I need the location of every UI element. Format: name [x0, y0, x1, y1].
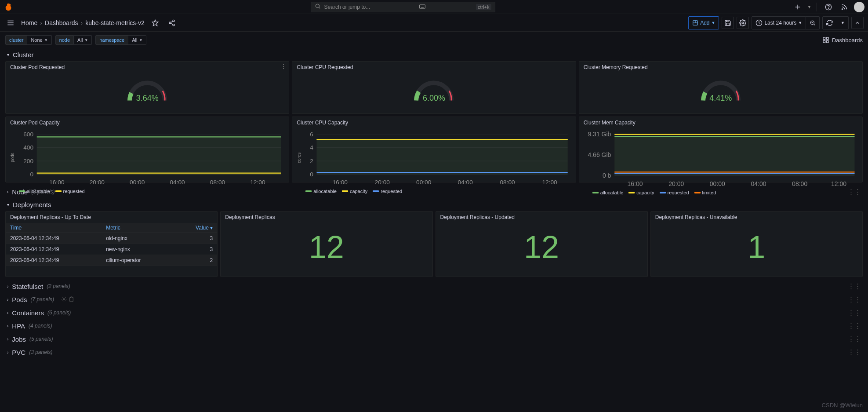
deployments-table: Time Metric Value ▾ 2023-06-04 12:34:49o…	[6, 223, 217, 266]
breadcrumb-current[interactable]: kube-state-metrics-v2	[85, 19, 145, 26]
time-range-button[interactable]: Last 24 hours ▼	[752, 16, 806, 29]
table-row[interactable]: 2023-06-04 12:34:49old-nginx3	[6, 233, 217, 244]
row-hpa[interactable]: › HPA (4 panels) ⋮⋮	[5, 319, 863, 332]
panel-deployment-replicas-updated[interactable]: Deployment Replicas - Updated 12	[436, 211, 648, 277]
svg-text:0: 0	[310, 171, 314, 178]
row-pvc[interactable]: › PVC (3 panels) ⋮⋮	[5, 346, 863, 359]
svg-text:20:00: 20:00	[668, 180, 684, 187]
dashboards-link[interactable]: Dashboards	[822, 36, 863, 44]
row-cluster[interactable]: ▾ Cluster	[5, 48, 863, 61]
chevron-right-icon: ›	[7, 297, 8, 302]
search-input[interactable]: Search or jump to... ctrl+k	[311, 2, 495, 12]
gear-icon[interactable]	[61, 296, 67, 303]
cell-value: 2	[174, 255, 217, 266]
chevron-down-icon: ▼	[44, 38, 48, 42]
dashboard-content: ▾ Cluster Cluster Pod Requested ⋮ 3.64% …	[0, 48, 868, 364]
var-cluster: cluster None▼	[5, 35, 52, 45]
share-icon[interactable]	[166, 17, 178, 29]
table-header-metric[interactable]: Metric	[102, 223, 174, 233]
chevron-down-icon[interactable]: ▼	[807, 5, 811, 9]
svg-text:9.31 Gib: 9.31 Gib	[588, 131, 611, 138]
trash-icon[interactable]	[69, 296, 74, 303]
cell-metric: old-nginx	[102, 233, 174, 244]
svg-point-24	[742, 22, 744, 24]
panel-cluster-mem-capacity[interactable]: Cluster Mem Capacity 9.31 Gib 4.66 Gib 0…	[579, 117, 863, 182]
menu-toggle-icon[interactable]	[4, 17, 17, 29]
row-containers[interactable]: › Containers (6 panels) ⋮⋮	[5, 306, 863, 319]
table-header-value[interactable]: Value ▾	[174, 223, 217, 233]
panel-title: Deployment Replicas - Up To Date	[6, 211, 217, 221]
panel-cluster-pod-requested[interactable]: Cluster Pod Requested ⋮ 3.64%	[5, 61, 289, 114]
panel-count: (4 panels)	[29, 323, 52, 329]
row-deployments[interactable]: ▾ Deployments	[5, 198, 863, 211]
news-icon[interactable]	[838, 1, 850, 13]
star-icon[interactable]	[149, 17, 161, 29]
table-row[interactable]: 2023-06-04 12:34:49new-nginx3	[6, 244, 217, 255]
chart-legend: allocatable capacity requested limited	[584, 190, 858, 195]
svg-point-77	[63, 298, 65, 299]
breadcrumb-sep: ›	[81, 19, 83, 26]
svg-rect-41	[37, 137, 281, 174]
row-jobs[interactable]: › Jobs (5 panels) ⋮⋮	[5, 332, 863, 346]
var-cluster-label: cluster	[5, 35, 27, 45]
svg-rect-57	[317, 139, 568, 174]
drag-handle-icon[interactable]: ⋮⋮	[848, 322, 861, 330]
svg-text:4.66 Gib: 4.66 Gib	[588, 151, 611, 158]
plus-icon[interactable]	[792, 1, 804, 13]
panel-cluster-pod-capacity[interactable]: Cluster Pod Capacity pods 600 400 200 0	[5, 117, 289, 182]
chart-legend: allocatable capacity requested	[297, 189, 571, 194]
var-namespace-value[interactable]: All▼	[128, 35, 146, 45]
zoom-out-icon[interactable]	[806, 16, 820, 29]
var-node-value[interactable]: All▼	[74, 35, 92, 45]
panel-menu-icon[interactable]: ⋮	[281, 63, 286, 69]
grafana-logo[interactable]	[4, 2, 14, 12]
help-icon[interactable]	[822, 1, 835, 13]
panel-cluster-cpu-capacity[interactable]: Cluster CPU Capacity cores 6 4 2 0	[292, 117, 576, 182]
drag-handle-icon[interactable]: ⋮⋮	[848, 309, 861, 317]
chevron-down-icon: ▾	[7, 52, 9, 57]
y-axis-label: cores	[297, 128, 301, 188]
gauge-value: 4.41%	[699, 94, 743, 103]
panel-cluster-cpu-requested[interactable]: Cluster CPU Requested 6.00%	[292, 61, 576, 114]
svg-line-27	[814, 24, 815, 25]
row-statefulset[interactable]: › Statefulset (2 panels) ⋮⋮	[5, 280, 863, 293]
time-range-label: Last 24 hours	[764, 20, 796, 26]
drag-handle-icon[interactable]: ⋮⋮	[848, 295, 861, 303]
settings-icon[interactable]	[737, 17, 749, 29]
drag-handle-icon[interactable]: ⋮⋮	[848, 335, 861, 343]
svg-point-16	[173, 20, 174, 22]
panel-cluster-memory-requested[interactable]: Cluster Memory Requested 4.41%	[579, 61, 863, 114]
chevron-right-icon: ›	[7, 324, 8, 328]
svg-text:400: 400	[23, 144, 33, 151]
save-icon[interactable]	[722, 17, 734, 29]
gauge-value: 6.00%	[412, 94, 456, 103]
add-button[interactable]: Add ▼	[688, 16, 719, 29]
svg-text:00:00: 00:00	[416, 179, 432, 186]
panel-deployment-replicas[interactable]: Deployment Replicas 12	[220, 211, 432, 277]
breadcrumb-bar: Home › Dashboards › kube-state-metrics-v…	[0, 14, 868, 32]
drag-handle-icon[interactable]: ⋮⋮	[848, 348, 861, 356]
stat-value: 12	[440, 222, 643, 272]
cell-value: 3	[174, 244, 217, 255]
drag-handle-icon[interactable]: ⋮⋮	[848, 282, 861, 290]
panel-deployment-replicas-unavailable[interactable]: Deployment Replicas - Unavailable 1	[650, 211, 863, 277]
row-pods[interactable]: › Pods (7 panels) ⋮⋮	[5, 293, 863, 306]
panel-title: Cluster Pod Requested	[10, 64, 284, 70]
svg-rect-32	[826, 40, 828, 43]
panel-deployment-replicas-uptodate[interactable]: Deployment Replicas - Up To Date Time Me…	[5, 211, 218, 277]
svg-text:6: 6	[310, 131, 314, 138]
collapse-icon[interactable]	[851, 17, 864, 29]
table-header-time[interactable]: Time	[6, 223, 102, 233]
chevron-right-icon: ›	[7, 350, 8, 355]
svg-text:04:00: 04:00	[170, 179, 185, 186]
chevron-down-icon: ▼	[841, 21, 845, 25]
refresh-icon[interactable]	[822, 16, 837, 29]
breadcrumb-home[interactable]: Home	[21, 19, 37, 26]
breadcrumb-dashboards[interactable]: Dashboards	[45, 19, 78, 26]
avatar[interactable]	[854, 2, 864, 12]
table-row[interactable]: 2023-06-04 12:34:49cilium-operator2	[6, 255, 217, 266]
chevron-down-icon: ▼	[712, 21, 715, 25]
refresh-interval-button[interactable]: ▼	[837, 16, 849, 29]
var-cluster-value[interactable]: None▼	[27, 35, 51, 45]
panel-title: Cluster CPU Capacity	[297, 120, 571, 126]
